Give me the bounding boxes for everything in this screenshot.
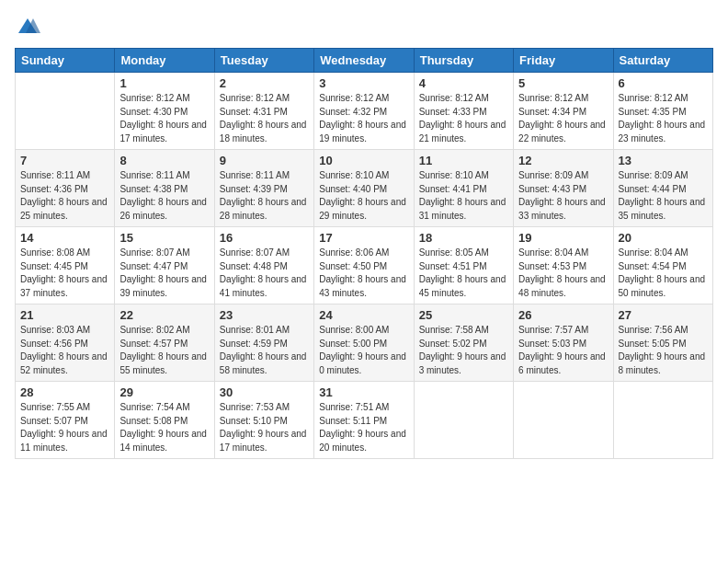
calendar-cell: 21Sunrise: 8:03 AMSunset: 4:56 PMDayligh… [16, 304, 115, 382]
day-info: Sunrise: 8:11 AMSunset: 4:36 PMDaylight:… [20, 169, 109, 223]
day-info: Sunrise: 8:08 AMSunset: 4:45 PMDaylight:… [20, 247, 109, 300]
calendar-cell: 4Sunrise: 8:12 AMSunset: 4:33 PMDaylight… [414, 73, 513, 150]
calendar-cell: 20Sunrise: 8:04 AMSunset: 4:54 PMDayligh… [613, 227, 712, 304]
logo-icon [15, 15, 40, 40]
calendar-cell: 12Sunrise: 8:09 AMSunset: 4:43 PMDayligh… [514, 150, 613, 227]
day-info: Sunrise: 8:11 AMSunset: 4:39 PMDaylight:… [220, 169, 309, 223]
day-number: 2 [220, 76, 309, 90]
day-number: 4 [419, 76, 508, 90]
day-number: 11 [419, 154, 508, 167]
day-info: Sunrise: 7:51 AMSunset: 5:11 PMDaylight:… [319, 401, 408, 454]
day-number: 24 [319, 308, 408, 322]
calendar-week-row: 1Sunrise: 8:12 AMSunset: 4:30 PMDaylight… [16, 73, 713, 150]
calendar-cell: 23Sunrise: 8:01 AMSunset: 4:59 PMDayligh… [214, 304, 313, 382]
calendar-week-row: 7Sunrise: 8:11 AMSunset: 4:36 PMDaylight… [16, 150, 713, 227]
calendar-cell: 16Sunrise: 8:07 AMSunset: 4:48 PMDayligh… [214, 227, 313, 304]
day-info: Sunrise: 8:02 AMSunset: 4:57 PMDaylight:… [119, 324, 209, 377]
day-number: 17 [319, 231, 408, 245]
day-info: Sunrise: 8:07 AMSunset: 4:48 PMDaylight:… [220, 247, 309, 300]
day-info: Sunrise: 8:04 AMSunset: 4:53 PMDaylight:… [518, 247, 608, 300]
day-info: Sunrise: 8:12 AMSunset: 4:33 PMDaylight:… [419, 92, 508, 145]
calendar-cell: 14Sunrise: 8:08 AMSunset: 4:45 PMDayligh… [16, 227, 115, 304]
day-info: Sunrise: 7:54 AMSunset: 5:08 PMDaylight:… [119, 401, 209, 454]
day-info: Sunrise: 8:12 AMSunset: 4:30 PMDaylight:… [119, 92, 209, 145]
calendar-cell: 8Sunrise: 8:11 AMSunset: 4:38 PMDaylight… [115, 150, 214, 227]
day-info: Sunrise: 8:12 AMSunset: 4:32 PMDaylight:… [319, 92, 408, 145]
day-number: 26 [518, 308, 608, 322]
calendar-cell: 15Sunrise: 8:07 AMSunset: 4:47 PMDayligh… [115, 227, 214, 304]
calendar-cell: 30Sunrise: 7:53 AMSunset: 5:10 PMDayligh… [214, 382, 313, 459]
day-info: Sunrise: 8:01 AMSunset: 4:59 PMDaylight:… [220, 324, 309, 377]
calendar-cell: 31Sunrise: 7:51 AMSunset: 5:11 PMDayligh… [314, 382, 414, 459]
day-info: Sunrise: 8:03 AMSunset: 4:56 PMDaylight:… [20, 324, 109, 377]
day-info: Sunrise: 7:57 AMSunset: 5:03 PMDaylight:… [518, 324, 608, 377]
calendar-cell [414, 382, 513, 459]
day-number: 10 [319, 154, 408, 167]
day-info: Sunrise: 8:09 AMSunset: 4:43 PMDaylight:… [518, 169, 608, 223]
calendar-cell: 18Sunrise: 8:05 AMSunset: 4:51 PMDayligh… [414, 227, 513, 304]
day-number: 7 [20, 154, 109, 167]
day-info: Sunrise: 8:09 AMSunset: 4:44 PMDaylight:… [619, 169, 708, 223]
calendar-cell: 29Sunrise: 7:54 AMSunset: 5:08 PMDayligh… [115, 382, 214, 459]
day-number: 16 [220, 231, 309, 245]
calendar-cell: 28Sunrise: 7:55 AMSunset: 5:07 PMDayligh… [16, 382, 115, 459]
day-number: 31 [319, 385, 408, 399]
weekday-header-thursday: Thursday [414, 49, 513, 73]
day-number: 5 [518, 76, 608, 90]
weekday-header-sunday: Sunday [16, 49, 115, 73]
page-header [15, 15, 713, 40]
weekday-header-tuesday: Tuesday [214, 49, 313, 73]
calendar-cell: 5Sunrise: 8:12 AMSunset: 4:34 PMDaylight… [514, 73, 613, 150]
logo [15, 15, 44, 40]
day-info: Sunrise: 7:58 AMSunset: 5:02 PMDaylight:… [419, 324, 508, 377]
day-number: 14 [20, 231, 109, 245]
day-number: 28 [20, 385, 109, 399]
day-number: 30 [220, 385, 309, 399]
day-info: Sunrise: 8:04 AMSunset: 4:54 PMDaylight:… [619, 247, 708, 300]
day-number: 19 [518, 231, 608, 245]
calendar-cell [514, 382, 613, 459]
day-info: Sunrise: 8:12 AMSunset: 4:31 PMDaylight:… [220, 92, 309, 145]
calendar-cell: 6Sunrise: 8:12 AMSunset: 4:35 PMDaylight… [613, 73, 712, 150]
weekday-header-monday: Monday [115, 49, 214, 73]
calendar-cell: 7Sunrise: 8:11 AMSunset: 4:36 PMDaylight… [16, 150, 115, 227]
day-number: 20 [619, 231, 708, 245]
day-info: Sunrise: 8:10 AMSunset: 4:41 PMDaylight:… [419, 169, 508, 223]
day-info: Sunrise: 7:55 AMSunset: 5:07 PMDaylight:… [20, 401, 109, 454]
day-info: Sunrise: 8:12 AMSunset: 4:34 PMDaylight:… [518, 92, 608, 145]
day-number: 9 [220, 154, 309, 167]
day-number: 3 [319, 76, 408, 90]
day-info: Sunrise: 8:11 AMSunset: 4:38 PMDaylight:… [119, 169, 209, 223]
day-number: 13 [619, 154, 708, 167]
day-info: Sunrise: 8:00 AMSunset: 5:00 PMDaylight:… [319, 324, 408, 377]
weekday-header-saturday: Saturday [613, 49, 712, 73]
calendar-cell: 22Sunrise: 8:02 AMSunset: 4:57 PMDayligh… [115, 304, 214, 382]
day-info: Sunrise: 8:06 AMSunset: 4:50 PMDaylight:… [319, 247, 408, 300]
calendar-cell: 27Sunrise: 7:56 AMSunset: 5:05 PMDayligh… [613, 304, 712, 382]
day-number: 27 [619, 308, 708, 322]
day-number: 22 [119, 308, 209, 322]
calendar-cell: 19Sunrise: 8:04 AMSunset: 4:53 PMDayligh… [514, 227, 613, 304]
calendar-cell: 9Sunrise: 8:11 AMSunset: 4:39 PMDaylight… [214, 150, 313, 227]
day-number: 23 [220, 308, 309, 322]
day-number: 8 [119, 154, 209, 167]
calendar-cell: 25Sunrise: 7:58 AMSunset: 5:02 PMDayligh… [414, 304, 513, 382]
weekday-header-friday: Friday [514, 49, 613, 73]
calendar-cell: 2Sunrise: 8:12 AMSunset: 4:31 PMDaylight… [214, 73, 313, 150]
calendar-table: SundayMondayTuesdayWednesdayThursdayFrid… [15, 48, 713, 459]
calendar-cell: 24Sunrise: 8:00 AMSunset: 5:00 PMDayligh… [314, 304, 414, 382]
day-number: 21 [20, 308, 109, 322]
calendar-cell: 13Sunrise: 8:09 AMSunset: 4:44 PMDayligh… [613, 150, 712, 227]
calendar-cell [613, 382, 712, 459]
day-number: 15 [119, 231, 209, 245]
day-info: Sunrise: 8:05 AMSunset: 4:51 PMDaylight:… [419, 247, 508, 300]
day-info: Sunrise: 7:56 AMSunset: 5:05 PMDaylight:… [619, 324, 708, 377]
day-info: Sunrise: 8:12 AMSunset: 4:35 PMDaylight:… [619, 92, 708, 145]
calendar-week-row: 21Sunrise: 8:03 AMSunset: 4:56 PMDayligh… [16, 304, 713, 382]
calendar-cell: 10Sunrise: 8:10 AMSunset: 4:40 PMDayligh… [314, 150, 414, 227]
day-number: 29 [119, 385, 209, 399]
day-number: 12 [518, 154, 608, 167]
day-number: 1 [119, 76, 209, 90]
calendar-week-row: 28Sunrise: 7:55 AMSunset: 5:07 PMDayligh… [16, 382, 713, 459]
day-info: Sunrise: 8:10 AMSunset: 4:40 PMDaylight:… [319, 169, 408, 223]
